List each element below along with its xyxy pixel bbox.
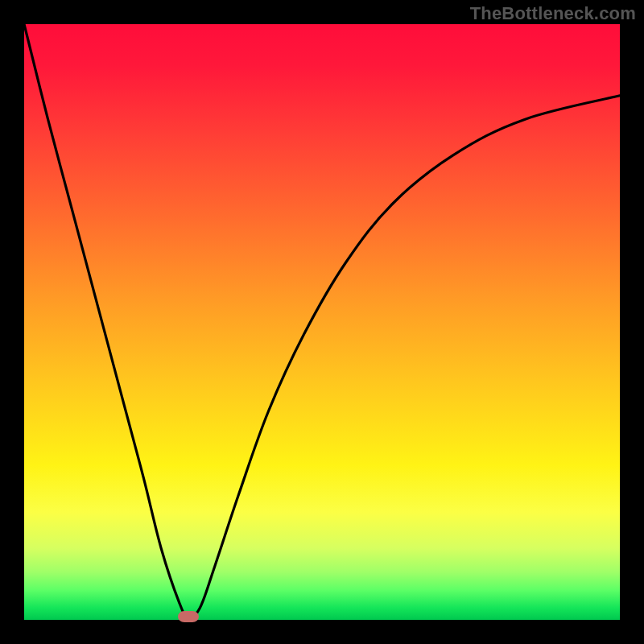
chart-frame: TheBottleneck.com bbox=[0, 0, 644, 644]
curve-svg bbox=[24, 24, 620, 620]
plot-area bbox=[24, 24, 620, 620]
minimum-marker bbox=[178, 611, 199, 622]
watermark-text: TheBottleneck.com bbox=[470, 3, 636, 24]
bottleneck-curve bbox=[24, 24, 620, 617]
